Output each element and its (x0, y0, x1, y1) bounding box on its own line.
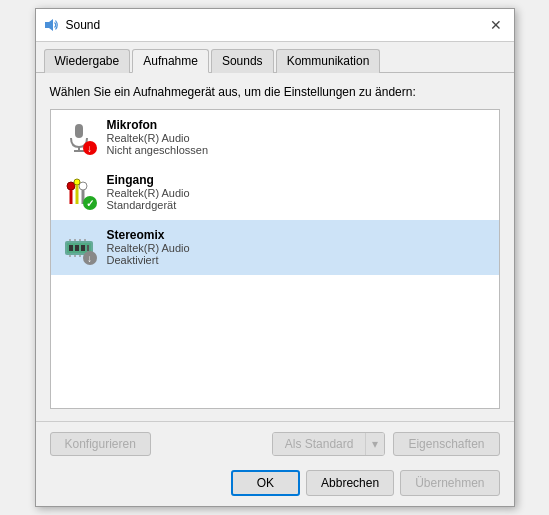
svg-rect-1 (75, 124, 83, 138)
window-icon (44, 17, 60, 33)
eingang-status: Standardgerät (107, 199, 190, 211)
mikrofon-info: Mikrofon Realtek(R) Audio Nicht angeschl… (107, 118, 209, 156)
als-standard-dropdown[interactable]: ▾ (365, 433, 384, 455)
mikrofon-name: Mikrofon (107, 118, 209, 132)
eingang-icon: ✓ (61, 174, 97, 210)
mikrofon-icon: ↓ (61, 119, 97, 155)
als-standard-group: Als Standard ▾ (272, 432, 386, 456)
title-bar: Sound ✕ (36, 9, 514, 42)
als-standard-button[interactable]: Als Standard (273, 433, 366, 455)
action-buttons: Konfigurieren Als Standard ▾ Eigenschaft… (36, 421, 514, 464)
stereomix-name: Stereomix (107, 228, 190, 242)
stereomix-status-badge: ↓ (83, 251, 97, 265)
device-item-eingang[interactable]: ✓ Eingang Realtek(R) Audio Standardgerät (51, 165, 499, 220)
window-title: Sound (66, 18, 101, 32)
svg-rect-13 (75, 245, 79, 251)
stereomix-driver: Realtek(R) Audio (107, 242, 190, 254)
dialog-buttons: OK Abbrechen Übernehmen (36, 464, 514, 506)
stereomix-icon: ↓ (61, 229, 97, 265)
svg-rect-12 (69, 245, 73, 251)
configure-button[interactable]: Konfigurieren (50, 432, 151, 456)
mikrofon-driver: Realtek(R) Audio (107, 132, 209, 144)
instruction-text: Wählen Sie ein Aufnahmegerät aus, um die… (50, 85, 500, 99)
eingang-driver: Realtek(R) Audio (107, 187, 190, 199)
svg-marker-0 (45, 19, 53, 31)
sound-window: Sound ✕ Wiedergabe Aufnahme Sounds Kommu… (35, 8, 515, 507)
close-button[interactable]: ✕ (486, 15, 506, 35)
svg-rect-14 (81, 245, 85, 251)
device-list[interactable]: ↓ Mikrofon Realtek(R) Audio Nicht angesc… (50, 109, 500, 409)
eingang-info: Eingang Realtek(R) Audio Standardgerät (107, 173, 190, 211)
main-content: Wählen Sie ein Aufnahmegerät aus, um die… (36, 73, 514, 421)
device-item-stereomix[interactable]: ↓ Stereomix Realtek(R) Audio Deaktiviert (51, 220, 499, 275)
cancel-button[interactable]: Abbrechen (306, 470, 394, 496)
eigenschaften-button[interactable]: Eigenschaften (393, 432, 499, 456)
tab-kommunikation[interactable]: Kommunikation (276, 49, 381, 73)
tab-bar: Wiedergabe Aufnahme Sounds Kommunikation (36, 42, 514, 73)
tab-wiedergabe[interactable]: Wiedergabe (44, 49, 131, 73)
eingang-name: Eingang (107, 173, 190, 187)
eingang-status-badge: ✓ (83, 196, 97, 210)
mikrofon-status: Nicht angeschlossen (107, 144, 209, 156)
svg-point-8 (74, 179, 80, 185)
device-item-mikrofon[interactable]: ↓ Mikrofon Realtek(R) Audio Nicht angesc… (51, 110, 499, 165)
mikrofon-status-badge: ↓ (83, 141, 97, 155)
tab-sounds[interactable]: Sounds (211, 49, 274, 73)
apply-button[interactable]: Übernehmen (400, 470, 499, 496)
stereomix-info: Stereomix Realtek(R) Audio Deaktiviert (107, 228, 190, 266)
ok-button[interactable]: OK (231, 470, 300, 496)
stereomix-status: Deaktiviert (107, 254, 190, 266)
tab-aufnahme[interactable]: Aufnahme (132, 49, 209, 73)
